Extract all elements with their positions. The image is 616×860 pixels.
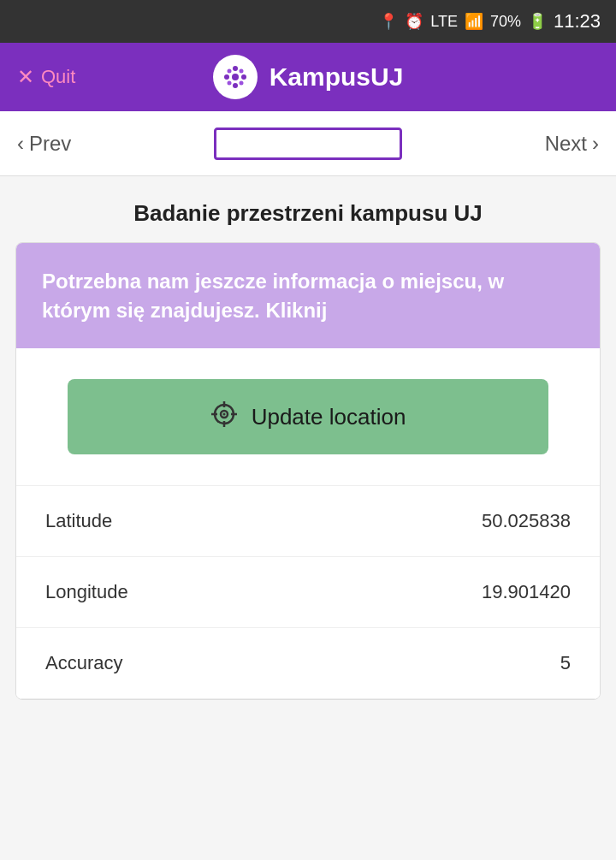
status-icons: 📍 ⏰ LTE 📶 70% 🔋 11:23 <box>379 10 601 33</box>
info-text: Potrzebna nam jeszcze informacja o miejs… <box>42 267 574 324</box>
location-status-icon: 📍 <box>379 12 398 31</box>
bottom-space <box>0 700 616 751</box>
app-title-area: KampusUJ <box>213 55 404 99</box>
quit-x-icon: ✕ <box>17 65 34 89</box>
info-banner: Potrzebna nam jeszcze informacja o miejs… <box>16 243 600 348</box>
next-button[interactable]: Next › <box>545 132 599 156</box>
quit-label: Quit <box>41 66 75 88</box>
page-title-section: Badanie przestrzeni kampusu UJ <box>0 176 616 242</box>
prev-chevron-icon: ‹ <box>17 132 24 156</box>
latitude-value: 50.025838 <box>482 510 571 532</box>
logo-icon <box>221 62 250 92</box>
prev-button[interactable]: ‹ Prev <box>17 132 71 156</box>
battery-text: 70% <box>490 13 521 31</box>
location-data: Latitude 50.025838 Longitude 19.901420 A… <box>16 486 600 699</box>
update-location-button[interactable]: Update location <box>68 379 548 454</box>
update-area: Update location <box>16 348 600 486</box>
latitude-label: Latitude <box>45 510 112 532</box>
svg-point-2 <box>233 83 238 88</box>
longitude-label: Longitude <box>45 581 128 603</box>
accuracy-label: Accuracy <box>45 652 122 674</box>
svg-point-11 <box>222 412 225 415</box>
longitude-value: 19.901420 <box>482 581 571 603</box>
svg-point-6 <box>239 69 243 74</box>
prev-label: Prev <box>29 132 71 156</box>
alarm-status-icon: ⏰ <box>405 12 424 31</box>
accuracy-row: Accuracy 5 <box>16 628 600 699</box>
svg-point-8 <box>239 81 243 86</box>
signal-icon: 📶 <box>465 12 483 31</box>
svg-point-7 <box>227 81 231 86</box>
page-title: Badanie przestrzeni kampusu UJ <box>26 200 590 227</box>
quit-button[interactable]: ✕ Quit <box>17 65 75 89</box>
location-target-icon <box>210 400 238 434</box>
svg-point-1 <box>233 66 238 71</box>
next-chevron-icon: › <box>592 132 599 156</box>
crosshair-icon <box>210 400 238 428</box>
battery-icon: 🔋 <box>528 12 547 31</box>
lte-icon: LTE <box>430 13 458 31</box>
status-bar: 📍 ⏰ LTE 📶 70% 🔋 11:23 <box>0 0 616 43</box>
svg-point-4 <box>241 74 246 80</box>
svg-point-3 <box>224 74 229 80</box>
main-card: Potrzebna nam jeszcze informacja o miejs… <box>15 242 601 700</box>
app-title: KampusUJ <box>270 62 404 92</box>
svg-point-0 <box>232 74 239 80</box>
longitude-row: Longitude 19.901420 <box>16 557 600 628</box>
progress-bar <box>214 128 402 160</box>
nav-bar: ‹ Prev Next › <box>0 111 616 176</box>
update-location-label: Update location <box>252 404 406 430</box>
app-logo <box>213 55 258 99</box>
accuracy-value: 5 <box>560 652 571 674</box>
app-header: ✕ Quit KampusUJ <box>0 43 616 111</box>
status-time: 11:23 <box>554 10 601 33</box>
svg-point-5 <box>227 69 231 74</box>
next-label: Next <box>545 132 587 156</box>
latitude-row: Latitude 50.025838 <box>16 486 600 557</box>
